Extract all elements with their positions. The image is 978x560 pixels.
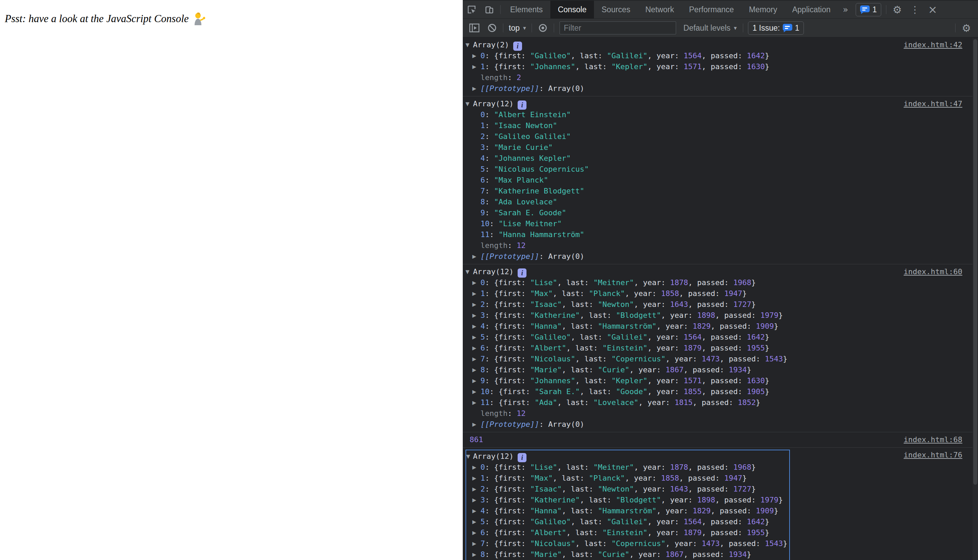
clear-console-icon[interactable]	[483, 19, 501, 37]
number-value: 1878	[670, 278, 688, 287]
console-settings-gear-icon[interactable]: ⚙	[958, 19, 975, 37]
expand-triangle-icon[interactable]: ▶	[472, 527, 480, 538]
console-row-object[interactable]: ▶6: {first: "Albert", last: "Einstein", …	[466, 527, 789, 538]
console-row-object[interactable]: ▶5: {first: "Galileo", last: "Galilei", …	[466, 517, 789, 527]
console-row-object[interactable]: ▶8: {first: "Marie", last: "Curie", year…	[463, 365, 973, 375]
collapse-triangle-icon[interactable]: ▼	[466, 267, 473, 277]
tab-performance[interactable]: Performance	[681, 1, 741, 18]
console-row-object[interactable]: ▶1: {first: "Johannes", last: "Kepler", …	[463, 61, 973, 72]
expand-triangle-icon[interactable]: ▶	[472, 419, 480, 430]
array-index: 0	[481, 278, 485, 287]
expand-triangle-icon[interactable]: ▶	[472, 83, 480, 94]
console-row-object[interactable]: ▶6: {first: "Albert", last: "Einstein", …	[463, 343, 973, 353]
settings-gear-icon[interactable]: ⚙	[888, 1, 906, 18]
console-row-prototype[interactable]: ▶[[Prototype]]: Array(0)	[463, 419, 973, 430]
console-row-object[interactable]: ▶0: {first: "Galileo", last: "Galilei", …	[463, 50, 973, 61]
console-row-prototype[interactable]: ▶[[Prototype]]: Array(0)	[463, 251, 973, 262]
more-tabs-chevron[interactable]: »	[838, 1, 853, 18]
expand-triangle-icon[interactable]: ▶	[472, 484, 480, 495]
console-row-object[interactable]: ▶7: {first: "Nicolaus", last: "Copernicu…	[466, 538, 789, 549]
console-array-header[interactable]: ▼Array(12)i	[463, 267, 973, 277]
console-row-object[interactable]: ▶0: {first: "Lise", last: "Meitner", yea…	[466, 462, 789, 473]
expand-triangle-icon[interactable]: ▶	[472, 277, 480, 288]
expand-triangle-icon[interactable]: ▶	[472, 343, 480, 353]
create-live-expression-eye-icon[interactable]	[534, 19, 552, 37]
tab-sources[interactable]: Sources	[594, 1, 638, 18]
expand-triangle-icon[interactable]: ▶	[472, 365, 480, 375]
tab-application[interactable]: Application	[785, 1, 838, 18]
focused-message-box[interactable]: ▼Array(12)i▶0: {first: "Lise", last: "Me…	[466, 450, 790, 560]
expand-triangle-icon[interactable]: ▶	[472, 61, 480, 72]
console-row-object[interactable]: ▶3: {first: "Katherine", last: "Blodgett…	[463, 310, 973, 321]
console-row-object[interactable]: ▶5: {first: "Galileo", last: "Galilei", …	[463, 332, 973, 343]
console-row-prototype[interactable]: ▶[[Prototype]]: Array(0)	[463, 83, 973, 94]
console-scrollbar[interactable]	[973, 38, 978, 560]
console-filter-input[interactable]	[559, 22, 676, 34]
expand-triangle-icon[interactable]: ▶	[472, 473, 480, 484]
tab-elements[interactable]: Elements	[502, 1, 550, 18]
console-array-header[interactable]: ▼Array(2)i	[463, 40, 973, 50]
console-row-object[interactable]: ▶2: {first: "Isaac", last: "Newton", yea…	[463, 299, 973, 310]
source-link[interactable]: index.html:42	[904, 40, 962, 50]
kebab-menu-icon[interactable]: ⋮	[906, 1, 924, 18]
console-row-object[interactable]: ▶3: {first: "Katherine", last: "Blodgett…	[466, 495, 789, 505]
number-value: 1727	[733, 300, 751, 308]
console-row-object[interactable]: ▶10: {first: "Sarah E.", last: "Goode", …	[463, 386, 973, 397]
console-row-object[interactable]: ▶1: {first: "Max", last: "Planck", year:…	[463, 288, 973, 299]
number-value: 1642	[747, 52, 765, 60]
expand-triangle-icon[interactable]: ▶	[472, 310, 480, 321]
expand-triangle-icon[interactable]: ▶	[472, 462, 480, 473]
tab-memory[interactable]: Memory	[741, 1, 785, 18]
inspect-element-icon[interactable]	[463, 1, 481, 18]
console-row-object[interactable]: ▶4: {first: "Hanna", last: "Hammarström"…	[466, 505, 789, 517]
collapse-triangle-icon[interactable]: ▼	[466, 451, 474, 462]
console-row-object[interactable]: ▶2: {first: "Isaac", last: "Newton", yea…	[466, 484, 789, 495]
expand-triangle-icon[interactable]: ▶	[472, 397, 480, 408]
expand-triangle-icon[interactable]: ▶	[472, 505, 480, 517]
collapse-triangle-icon[interactable]: ▼	[466, 98, 473, 109]
expand-triangle-icon[interactable]: ▶	[472, 549, 480, 560]
value-evaluated-info-icon[interactable]: i	[517, 453, 526, 462]
scrollbar-thumb[interactable]	[973, 39, 977, 485]
expand-triangle-icon[interactable]: ▶	[472, 332, 480, 343]
console-array-header[interactable]: ▼Array(12)i	[463, 98, 973, 109]
console-row-object[interactable]: ▶9: {first: "Johannes", last: "Kepler", …	[463, 375, 973, 386]
console-row-object[interactable]: ▶7: {first: "Nicolaus", last: "Copernicu…	[463, 353, 973, 365]
issues-counter-button[interactable]: 1	[856, 3, 881, 17]
expand-triangle-icon[interactable]: ▶	[472, 517, 480, 527]
source-link[interactable]: index.html:60	[904, 267, 962, 277]
value-evaluated-info-icon[interactable]: i	[513, 42, 522, 51]
expand-triangle-icon[interactable]: ▶	[472, 288, 480, 299]
tab-network[interactable]: Network	[638, 1, 681, 18]
console-row-object[interactable]: ▶11: {first: "Ada", last: "Lovelace", ye…	[463, 397, 973, 408]
expand-triangle-icon[interactable]: ▶	[472, 495, 480, 505]
context-selector-dropdown[interactable]: top ▾	[506, 23, 529, 33]
expand-triangle-icon[interactable]: ▶	[472, 299, 480, 310]
console-sidebar-toggle-icon[interactable]	[466, 19, 483, 37]
console-row-object[interactable]: ▶8: {first: "Marie", last: "Curie", year…	[466, 549, 789, 560]
device-toolbar-icon[interactable]	[481, 1, 498, 18]
number-value: 1909	[756, 322, 774, 330]
console-row-object[interactable]: ▶4: {first: "Hanna", last: "Hammarström"…	[463, 321, 973, 332]
console-array-header[interactable]: ▼Array(12)i	[466, 451, 789, 462]
console-row-object[interactable]: ▶0: {first: "Lise", last: "Meitner", yea…	[463, 277, 973, 288]
expand-triangle-icon[interactable]: ▶	[472, 538, 480, 549]
console-row-object[interactable]: ▶1: {first: "Max", last: "Planck", year:…	[466, 473, 789, 484]
value-evaluated-info-icon[interactable]: i	[517, 100, 526, 110]
close-devtools-icon[interactable]: ×	[924, 1, 941, 18]
expand-triangle-icon[interactable]: ▶	[472, 353, 480, 365]
log-levels-dropdown[interactable]: Default levels ▾	[679, 23, 741, 33]
source-link[interactable]: index.html:47	[904, 98, 962, 109]
expand-triangle-icon[interactable]: ▶	[472, 50, 480, 61]
length-label: length	[481, 409, 507, 418]
collapse-triangle-icon[interactable]: ▼	[466, 40, 473, 50]
expand-triangle-icon[interactable]: ▶	[472, 386, 480, 397]
expand-triangle-icon[interactable]: ▶	[472, 251, 480, 262]
issues-button[interactable]: 1 Issue: 1	[748, 22, 804, 35]
tab-console[interactable]: Console	[550, 1, 594, 18]
source-link[interactable]: index.html:76	[904, 450, 962, 460]
expand-triangle-icon[interactable]: ▶	[472, 375, 480, 386]
value-evaluated-info-icon[interactable]: i	[517, 268, 526, 278]
source-link[interactable]: index.html:68	[904, 434, 962, 445]
expand-triangle-icon[interactable]: ▶	[472, 321, 480, 332]
